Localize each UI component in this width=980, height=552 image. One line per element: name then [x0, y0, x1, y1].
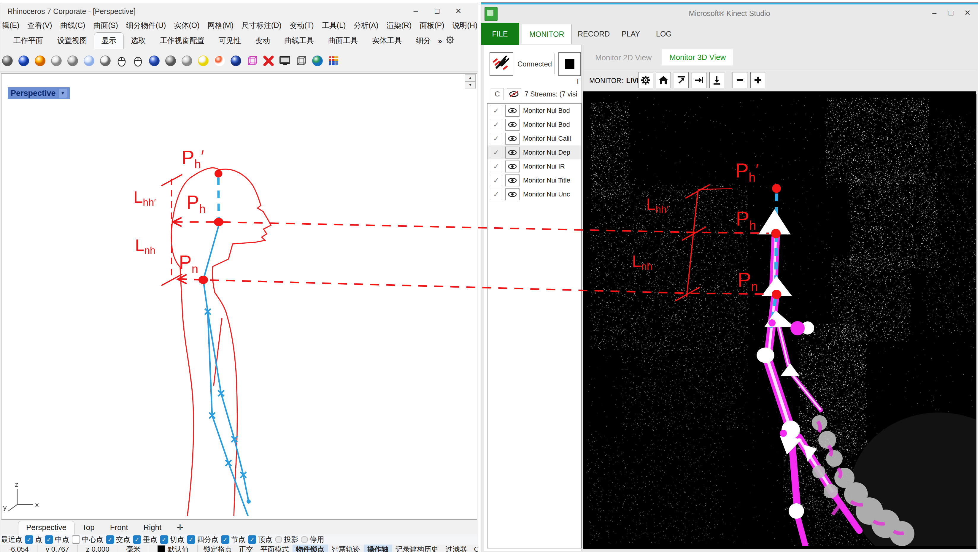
stream-row-6[interactable]: ✓Monitor Nui Unc [487, 187, 581, 201]
connect-device-button[interactable] [490, 52, 513, 76]
ribbon-tab-9[interactable]: 实体工具 [365, 33, 409, 49]
wireframe-sphere-icon[interactable] [50, 54, 63, 67]
stream-visibility-toggle[interactable] [505, 119, 520, 130]
home-button[interactable] [656, 72, 671, 88]
fullscreen-monitor-icon[interactable] [278, 54, 291, 67]
kinect-tab-log[interactable]: LOG [649, 24, 679, 44]
status-toggle-6[interactable]: 记录建构历史 [392, 544, 442, 552]
rhino-viewport[interactable]: Perspective ▼ ▲ ▼ [1, 73, 477, 520]
menu-item-3[interactable]: 曲面(S) [93, 21, 118, 30]
stream-visibility-toggle[interactable] [505, 133, 520, 145]
stream-visibility-toggle[interactable] [505, 175, 520, 186]
rhino-minimize-button[interactable]: – [407, 6, 424, 16]
radio-icon[interactable] [301, 536, 308, 543]
status-toggle-2[interactable]: 平面模式 [257, 544, 293, 552]
osnap-3[interactable]: 中心点 [72, 535, 103, 544]
step-to-end-button[interactable] [692, 72, 706, 88]
stream-visibility-toggle[interactable] [505, 146, 520, 159]
status-cell-0[interactable]: -6.054 [0, 544, 37, 552]
spinner-up-button[interactable]: ▲ [465, 74, 476, 81]
export-up-button[interactable] [674, 72, 689, 88]
spinner-down-button[interactable]: ▼ [465, 81, 476, 88]
stream-row-2[interactable]: ✓Monitor Nui Calil [487, 132, 581, 145]
osnap-6[interactable]: ✓切点 [160, 535, 184, 544]
ribbon-tab-4[interactable]: 工作视窗配置 [153, 33, 212, 49]
ghosted-sphere-icon[interactable] [66, 54, 79, 67]
rhino-maximize-button[interactable]: □ [429, 6, 445, 16]
checkbox-checked-icon[interactable]: ✓ [133, 535, 141, 544]
ribbon-tab-0[interactable]: 工作平面 [6, 33, 50, 49]
menu-item-7[interactable]: 尺寸标注(D) [242, 21, 282, 30]
checkbox-checked-icon[interactable]: ✓ [187, 535, 195, 544]
osnap-11[interactable]: 停用 [301, 535, 324, 544]
kinect-minimize-button[interactable]: – [926, 8, 943, 18]
checkbox-checked-icon[interactable]: ✓ [248, 535, 256, 544]
stream-check-icon[interactable]: ✓ [490, 189, 502, 200]
ribbon-tab-6[interactable]: 变动 [248, 33, 277, 49]
status-cell-2[interactable]: z 0.000 [78, 544, 118, 552]
status-cell-3[interactable]: 毫米 [118, 544, 149, 552]
kinect-tab-monitor[interactable]: MONITOR [522, 24, 572, 44]
tab-monitor-3d-view[interactable]: Monitor 3D View [662, 49, 733, 66]
checkbox-checked-icon[interactable]: ✓ [160, 535, 168, 544]
stream-check-icon[interactable]: ✓ [490, 175, 502, 186]
viewport-tab-top[interactable]: Top [75, 521, 102, 535]
refresh-shield-icon[interactable] [311, 54, 324, 67]
menu-item-13[interactable]: 说明(H) [452, 21, 478, 30]
zoom-out-minus-button[interactable] [733, 72, 748, 88]
zoom-in-plus-button[interactable] [750, 72, 765, 88]
cancel-red-x-icon[interactable] [262, 54, 275, 67]
stream-row-5[interactable]: ✓Monitor Nui Title [487, 173, 581, 187]
checkbox-empty-icon[interactable] [72, 535, 80, 544]
osnap-9[interactable]: ✓顶点 [248, 535, 272, 544]
mouse-right-button-icon[interactable] [131, 54, 145, 67]
menu-item-2[interactable]: 曲线(C) [60, 21, 86, 30]
menu-item-11[interactable]: 渲染(R) [387, 21, 412, 30]
ribbon-overflow-chevron[interactable]: » [438, 34, 443, 49]
status-toggle-5[interactable]: 操作轴 [364, 544, 392, 552]
radio-icon[interactable] [275, 536, 282, 543]
rendered-mode-blue-sphere-icon[interactable] [17, 54, 30, 67]
stream-visibility-toggle[interactable] [505, 188, 520, 200]
ribbon-tab-5[interactable]: 可见性 [212, 33, 248, 49]
viewport-dropdown-icon[interactable]: ▼ [59, 89, 67, 98]
checkbox-checked-icon[interactable]: ✓ [221, 535, 229, 544]
paired-blue-spheres-icon[interactable] [148, 54, 161, 67]
stream-check-icon[interactable]: ✓ [490, 105, 502, 116]
environment-marble-icon[interactable] [229, 54, 242, 67]
artic-polar-bear-mode-icon[interactable] [83, 54, 95, 67]
stream-row-0[interactable]: ✓Monitor Nui Bod [487, 103, 581, 118]
viewport-title-perspective[interactable]: Perspective ▼ [8, 87, 70, 99]
status-toggle-7[interactable]: 过滤器 [442, 544, 471, 552]
settings-gear-button[interactable] [638, 72, 653, 88]
status-toggle-8[interactable]: C [471, 544, 478, 552]
color-grid-palette-icon[interactable] [327, 54, 340, 67]
flat-shade-box-icon[interactable] [246, 54, 259, 67]
mouse-left-button-icon[interactable] [115, 54, 128, 67]
ribbon-tab-10[interactable]: 细分 [409, 33, 438, 49]
menu-item-0[interactable]: 辑(E) [2, 21, 19, 30]
viewport-tab-right[interactable]: Right [135, 521, 169, 535]
osnap-1[interactable]: ✓点 [25, 535, 42, 544]
stream-check-icon[interactable]: ✓ [490, 119, 502, 130]
technical-grenade-sphere-icon[interactable] [164, 54, 177, 67]
status-toggle-0[interactable]: 锁定格点 [200, 544, 235, 552]
streams-visibility-toggle[interactable] [507, 88, 521, 100]
osnap-5[interactable]: ✓垂点 [133, 535, 157, 544]
osnap-10[interactable]: 投影 [275, 535, 298, 544]
stream-visibility-toggle[interactable] [505, 105, 520, 117]
ribbon-tab-7[interactable]: 曲线工具 [277, 33, 321, 49]
checkbox-checked-icon[interactable]: ✓ [45, 535, 53, 544]
stream-check-icon[interactable]: ✓ [490, 161, 502, 172]
menu-item-8[interactable]: 变动(T) [290, 21, 314, 30]
checkbox-checked-icon[interactable]: ✓ [25, 535, 33, 544]
menu-item-5[interactable]: 实体(O) [174, 21, 199, 30]
stream-check-icon[interactable]: ✓ [490, 147, 502, 158]
kinect-maximize-button[interactable]: □ [943, 8, 959, 18]
stream-row-3[interactable]: ✓Monitor Nui Dep [487, 145, 581, 159]
menu-item-10[interactable]: 分析(A) [354, 21, 378, 30]
stream-check-icon[interactable]: ✓ [490, 133, 502, 144]
stream-visibility-toggle[interactable] [505, 161, 520, 172]
viewport-tab-✛[interactable]: ✛ [169, 521, 191, 535]
stream-row-4[interactable]: ✓Monitor Nui IR [487, 159, 581, 173]
